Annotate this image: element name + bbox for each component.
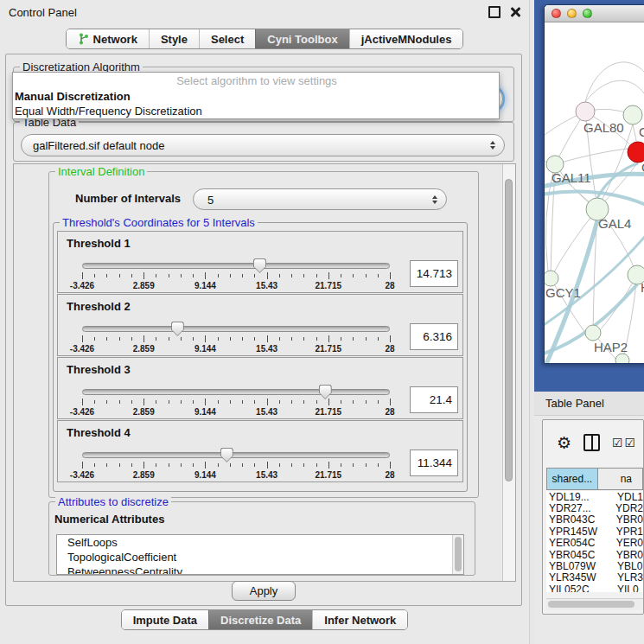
close-icon[interactable] bbox=[510, 7, 520, 17]
table-row[interactable]: YIL052CYIL0 bbox=[546, 583, 643, 592]
table-data-combobox[interactable]: galFiltered.sif default node bbox=[21, 134, 505, 156]
column-header[interactable]: shared... bbox=[546, 468, 598, 490]
network-node-GAL80[interactable] bbox=[576, 102, 595, 121]
slider-track[interactable] bbox=[82, 389, 390, 395]
tab-select[interactable]: Select bbox=[199, 29, 255, 48]
tab-label: Select bbox=[211, 33, 244, 46]
tab-impute-data[interactable]: Impute Data bbox=[122, 610, 208, 629]
table-row[interactable]: YPR145WYPR1 bbox=[546, 526, 643, 537]
number-of-intervals-value: 5 bbox=[207, 193, 214, 206]
tab-network[interactable]: Network bbox=[67, 29, 149, 48]
slider-handle[interactable] bbox=[171, 322, 184, 336]
slider-handle[interactable] bbox=[253, 258, 266, 273]
table-cell: YLR3 bbox=[613, 571, 643, 583]
attributes-group: Attributes to discretize Numerical Attri… bbox=[48, 501, 475, 576]
algorithm-option[interactable]: Equal Width/Frequency Discretization bbox=[13, 104, 499, 119]
table-cell: YPR1 bbox=[612, 526, 643, 538]
table-cell: YIL052C bbox=[546, 583, 613, 592]
slider-track[interactable] bbox=[82, 263, 390, 269]
table-row[interactable]: YBL079WYBL0 bbox=[546, 560, 643, 571]
number-of-intervals-spinner[interactable]: 5 bbox=[193, 188, 447, 210]
tab-style[interactable]: Style bbox=[149, 29, 199, 48]
spinner-arrows-icon bbox=[432, 195, 437, 204]
thresholds-group-title: Threshold's Coordinates for 5 Intervals bbox=[60, 216, 258, 229]
control-panel-titlebar: Control Panel bbox=[0, 0, 529, 24]
table-row[interactable]: YER054CYER0 bbox=[546, 538, 643, 549]
table-row[interactable]: YDR27...YDR2 bbox=[546, 502, 643, 513]
table-cell: YPR145W bbox=[546, 526, 612, 538]
algorithm-option[interactable]: Manual Discretization bbox=[13, 89, 499, 105]
threshold-value-field[interactable]: 14.713 bbox=[410, 260, 458, 287]
numerical-attributes-list[interactable]: SelfLoopsTopologicalCoefficientBetweenne… bbox=[56, 534, 464, 575]
slider-track[interactable] bbox=[82, 326, 390, 332]
attribute-list-item[interactable]: BetweennessCentrality bbox=[57, 564, 463, 575]
tab-jactivemnodules[interactable]: jActiveMNodules bbox=[349, 29, 463, 48]
threshold-value-field[interactable]: 6.316 bbox=[410, 323, 458, 350]
attribute-list-item[interactable]: TopologicalCoefficient bbox=[57, 550, 463, 564]
tab-label: Style bbox=[161, 33, 188, 46]
node-label-GAL4: GAL4 bbox=[598, 216, 631, 231]
threshold-value-field[interactable]: 21.4 bbox=[410, 386, 458, 413]
slider-handle[interactable] bbox=[319, 385, 332, 399]
zoom-traffic-light-icon[interactable] bbox=[583, 9, 592, 18]
tab-label: Infer Network bbox=[324, 614, 396, 627]
gear-icon[interactable]: ⚙ bbox=[557, 435, 571, 451]
table-cell: YBL079W bbox=[546, 560, 613, 572]
tab-discretize-data[interactable]: Discretize Data bbox=[208, 610, 312, 629]
settings-scrollpane: Interval Definition Number of Intervals … bbox=[13, 163, 516, 582]
network-node-HAP2[interactable] bbox=[585, 325, 601, 341]
close-traffic-light-icon[interactable] bbox=[552, 9, 561, 18]
threshold-panel: Threshold 3-3.4262.8599.14415.4321.71528… bbox=[57, 357, 463, 419]
table-cell: YDR27... bbox=[546, 502, 611, 514]
node-label-GAL11: GAL11 bbox=[552, 170, 591, 185]
slider-ticks bbox=[82, 462, 390, 469]
tab-label: Network bbox=[93, 33, 137, 46]
tab-infer-network[interactable]: Infer Network bbox=[312, 610, 407, 629]
apply-button[interactable]: Apply bbox=[232, 581, 296, 601]
node-table: shared...na YDL19...YDL1YDR27...YDR2YBR0… bbox=[546, 468, 643, 614]
slider-tick-labels: -3.4262.8599.14415.4321.71528 bbox=[82, 470, 390, 480]
slider-tick-labels: -3.4262.8599.14415.4321.71528 bbox=[82, 281, 390, 290]
network-graph-icon bbox=[78, 33, 89, 45]
slider-track[interactable] bbox=[82, 452, 390, 458]
network-node-GA[interactable] bbox=[623, 105, 642, 124]
table-panel-titlebar: Table Panel bbox=[534, 392, 644, 416]
settings-scrollbar[interactable] bbox=[502, 164, 515, 581]
attribute-list-item[interactable]: SelfLoops bbox=[57, 535, 463, 550]
table-cell: YBR045C bbox=[546, 549, 612, 561]
table-row[interactable]: YDL19...YDL1 bbox=[546, 491, 643, 502]
checkbox-checked-icons[interactable]: ☑☑ bbox=[612, 437, 637, 449]
slider-handle[interactable] bbox=[220, 448, 233, 462]
threshold-value-field[interactable]: 11.344 bbox=[410, 450, 458, 476]
attributes-scrollbar[interactable] bbox=[452, 535, 463, 574]
threshold-label: Threshold 2 bbox=[67, 300, 131, 313]
number-of-intervals-label: Number of Intervals bbox=[75, 192, 181, 205]
network-window-titlebar[interactable] bbox=[545, 5, 644, 22]
minimize-traffic-light-icon[interactable] bbox=[567, 9, 577, 18]
bottom-tab-bar: Impute DataDiscretize DataInfer Network bbox=[0, 609, 529, 630]
table-data-group: Table Data galFiltered.sif default node bbox=[13, 122, 514, 162]
table-cell: YIL0 bbox=[613, 583, 639, 592]
threshold-panel: Threshold 4-3.4262.8599.14415.4321.71528… bbox=[57, 420, 463, 482]
table-horizontal-scrollbar[interactable] bbox=[546, 598, 643, 610]
float-window-icon[interactable] bbox=[488, 6, 501, 18]
table-cell: YBR043C bbox=[546, 513, 612, 526]
node-label-HAP2: HAP2 bbox=[594, 340, 628, 354]
network-node-NODE-B[interactable] bbox=[615, 354, 629, 363]
column-header[interactable]: na bbox=[598, 468, 643, 490]
table-row[interactable]: YBR043CYBR0 bbox=[546, 514, 643, 526]
tab-cyni-toolbox[interactable]: Cyni Toolbox bbox=[255, 29, 348, 48]
top-tab-bar: NetworkStyleSelectCyni ToolboxjActiveMNo… bbox=[0, 29, 529, 49]
split-table-icon[interactable] bbox=[583, 434, 600, 451]
slider-ticks bbox=[82, 272, 390, 280]
control-panel: Control Panel NetworkStyleSelectCyni Too… bbox=[0, 0, 529, 644]
algorithm-option[interactable]: Select algorithm to view settings bbox=[13, 73, 499, 89]
table-row[interactable]: YBR045CYBR0 bbox=[546, 549, 643, 560]
table-row[interactable]: YLR345WYLR3 bbox=[546, 572, 643, 583]
threshold-panel: Threshold 1-3.4262.8599.14415.4321.71528… bbox=[57, 231, 463, 293]
slider-ticks bbox=[82, 335, 390, 343]
network-node-GCY1[interactable] bbox=[545, 271, 558, 286]
network-canvas[interactable]: GAL80GACGAL11GAL4GCY1HHAP2 bbox=[545, 22, 644, 363]
table-toolbar: ⚙ ☑☑ bbox=[543, 420, 643, 465]
table-panel-title: Table Panel bbox=[545, 397, 604, 410]
